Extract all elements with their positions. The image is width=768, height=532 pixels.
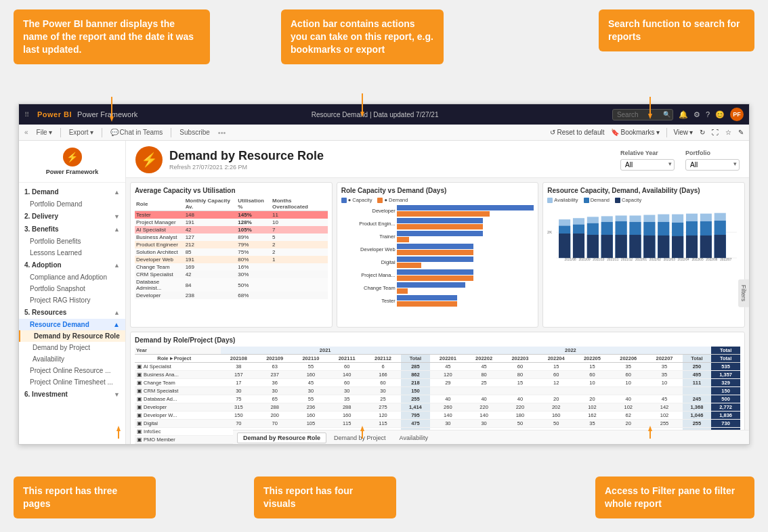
sidebar-logo-text: Power Framework xyxy=(46,169,99,175)
sidebar-item-project-online-resource[interactable]: Project Online Resource ... xyxy=(19,365,125,376)
reset-btn[interactable]: ↺ Reset to default xyxy=(550,129,604,136)
callout-filter: Access to Filter pane to filter whole re… xyxy=(595,476,754,518)
cap-bar-12 xyxy=(714,235,726,258)
table-row[interactable]: Business Analyst127 89%5 xyxy=(135,234,328,241)
legend-availability: Availability xyxy=(547,197,578,203)
legend-capacity2: Capacity xyxy=(615,197,641,203)
cap-bar-5 xyxy=(616,235,627,258)
sidebar-section-demand[interactable]: 1. Demand ▲ xyxy=(19,185,125,198)
filter2-select[interactable]: All xyxy=(685,159,740,171)
bar-product-eng: Product Engin... 2,540 xyxy=(341,218,534,229)
capacity-bar7 xyxy=(397,282,465,288)
sidebar-section-benefits[interactable]: 3. Benefits ▲ xyxy=(19,223,125,236)
sidebar-item-portfolio-demand[interactable]: Portfolio Demand xyxy=(19,198,125,210)
fullscreen-icon[interactable]: ⛶ xyxy=(712,129,719,136)
file-label: File xyxy=(37,129,47,136)
legend-demand2: Demand xyxy=(584,197,610,203)
svg-text:2022/05: 2022/05 xyxy=(692,258,704,261)
svg-text:2022/04: 2022/04 xyxy=(678,258,689,261)
table-row[interactable]: ▣ Change Team 1736456060 218 29251512101… xyxy=(135,379,740,387)
sidebar-section-delivery[interactable]: 2. Delivery ▼ xyxy=(19,210,125,223)
sidebar-item-demand-resource-role[interactable]: Demand by Resource Role xyxy=(19,330,125,342)
page-tab-demand-project[interactable]: Demand by Project xyxy=(328,433,392,443)
year-header-label: Year xyxy=(135,347,221,355)
cap-bar-3 xyxy=(587,235,599,258)
subscribe-btn[interactable]: Subscribe xyxy=(179,129,209,136)
svg-text:2022/01: 2022/01 xyxy=(635,258,647,261)
svg-text:2022/02: 2022/02 xyxy=(649,258,661,261)
page-tab-demand-resource-role[interactable]: Demand by Resource Role xyxy=(237,433,326,443)
collapse-btn[interactable]: « xyxy=(24,129,28,136)
report-header: ⚡ Demand by Resource Role Refresh 27/07/… xyxy=(126,141,749,178)
sidebar-item-lessons-learned[interactable]: Lessons Learned xyxy=(19,247,125,259)
callout-pages: This report has three pages xyxy=(14,476,156,518)
capacity-bar8 xyxy=(397,295,457,301)
cap-bar-9 xyxy=(672,236,683,258)
export-label: Export xyxy=(69,129,89,136)
filters-tab[interactable]: Filters xyxy=(738,280,749,307)
filter-relative-year: Relative Year All xyxy=(620,150,675,171)
capacity-bar2 xyxy=(397,218,484,223)
table-row[interactable]: Database Administ...84 50% xyxy=(135,278,328,292)
table-row[interactable]: Developer238 68% xyxy=(135,292,328,299)
table-row[interactable]: ▣ Developer 315288236288275 1,414 260220… xyxy=(135,403,740,412)
main-layout: ⚡ Power Framework 1. Demand ▲ Portfolio … xyxy=(19,141,749,445)
filter2-select-wrap: All xyxy=(685,158,740,171)
pbi-framework-label: Power Framework xyxy=(77,110,137,118)
page-tab-availability[interactable]: Availability xyxy=(393,433,434,443)
pbi-search-wrap: 🔍 xyxy=(612,109,673,120)
reset-label: Reset to default xyxy=(557,129,604,136)
settings-icon[interactable]: ⚙ xyxy=(694,110,700,119)
sidebar-section-resources[interactable]: 5. Resources ▲ xyxy=(19,306,125,319)
capacity-bar4 xyxy=(397,244,473,249)
star-icon[interactable]: ☆ xyxy=(725,129,731,136)
sidebar-item-portfolio-snapshot[interactable]: Portfolio Snapshot xyxy=(19,283,125,294)
sidebar-item-project-online-timesheet[interactable]: Project Online Timesheet ... xyxy=(19,376,125,388)
table-row[interactable]: ▣ CRM Specialist 3030303030 150 150 xyxy=(135,387,740,395)
sidebar-item-rag-history[interactable]: Project RAG History xyxy=(19,294,125,306)
table-row[interactable]: ▣ Business Ana... 157237160140166 862 12… xyxy=(135,371,740,379)
role-capacity-legend: ● Capacity ● Demand xyxy=(341,197,534,203)
sidebar-section-investment[interactable]: 6. Investment ▼ xyxy=(19,388,125,401)
edit-icon[interactable]: ✎ xyxy=(738,129,744,136)
filter2-label: Portfolio xyxy=(685,150,740,156)
sidebar-item-demand-project[interactable]: Demand by Project xyxy=(19,342,125,353)
table-row[interactable]: ▣ AI Specialist 386355606 285 4545601515… xyxy=(135,363,740,371)
file-btn[interactable]: File ▾ xyxy=(37,129,52,136)
table-row[interactable]: Solution Architect85 75%2 xyxy=(135,248,328,256)
table-row[interactable]: CRM Specialist42 30% xyxy=(135,271,328,278)
refresh-icon[interactable]: ↻ xyxy=(700,129,705,136)
filter1-select[interactable]: All xyxy=(620,159,675,171)
bar-dev-web: Developer Web 2,286 xyxy=(341,244,534,255)
feedback-icon[interactable]: 😊 xyxy=(715,110,725,119)
sidebar-item-availability[interactable]: Availability xyxy=(19,353,125,365)
svg-text:2021/09: 2021/09 xyxy=(579,258,591,261)
cap-bar-2 xyxy=(573,234,584,258)
table-row[interactable]: ▣ Developer W... 150200160160120 795 140… xyxy=(135,412,740,420)
pbi-center-text: Resource Demand | Data updated 7/27/21 xyxy=(143,111,607,118)
table-row[interactable]: Change Team169 16% xyxy=(135,263,328,271)
chevron-demand: ▲ xyxy=(114,189,120,196)
sidebar-section-adoption[interactable]: 4. Adoption ▲ xyxy=(19,259,125,271)
table-row[interactable]: ▣ Database Ad... 7565553525 255 40404020… xyxy=(135,395,740,403)
user-avatar[interactable]: PF xyxy=(730,108,744,121)
table-row[interactable]: AI Specialist42 105%7 xyxy=(135,226,328,234)
view-btn[interactable]: View ▾ xyxy=(674,129,694,136)
table-row[interactable]: ▣ Digital 7070105115115 475 303050503520… xyxy=(135,420,740,428)
notification-icon[interactable]: 🔔 xyxy=(679,110,688,119)
table-row[interactable]: Product Engineer212 79%2 xyxy=(135,241,328,248)
table-row[interactable]: Developer Web191 80%1 xyxy=(135,256,328,263)
bookmarks-btn[interactable]: 🔖 Bookmarks ▾ xyxy=(611,129,659,136)
demand-bar8 xyxy=(397,301,457,307)
table-row[interactable]: Tester148 145%11 xyxy=(135,211,328,219)
export-btn[interactable]: Export ▾ xyxy=(69,129,93,136)
chat-btn[interactable]: 💬 Chat in Teams xyxy=(110,129,163,136)
sidebar-item-portfolio-benefits[interactable]: Portfolio Benefits xyxy=(19,236,125,247)
table-row[interactable]: Project Manager191 128%10 xyxy=(135,219,328,226)
help-icon[interactable]: ? xyxy=(706,110,710,118)
sidebar-item-compliance[interactable]: Compliance and Adoption xyxy=(19,271,125,283)
more-icon[interactable]: ••• xyxy=(218,129,226,137)
cap-bar-4 xyxy=(601,235,613,258)
sidebar-logo: ⚡ Power Framework xyxy=(19,141,125,183)
sidebar-item-resource-demand[interactable]: Resource Demand ▲ xyxy=(19,319,125,330)
